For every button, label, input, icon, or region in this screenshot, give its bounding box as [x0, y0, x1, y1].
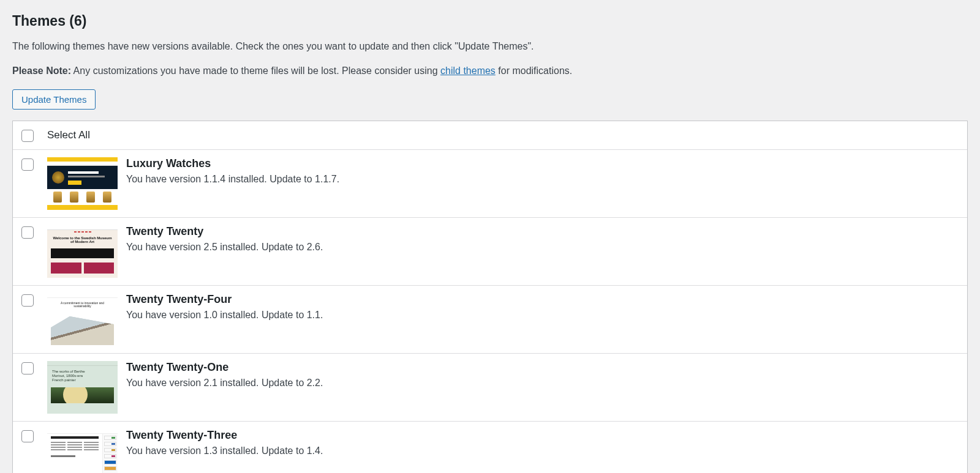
theme-title: Twenty Twenty-Four: [126, 293, 959, 306]
theme-thumbnail: The works of Berthe Morisot, 1800s-era F…: [47, 361, 118, 414]
update-themes-button[interactable]: Update Themes: [12, 89, 96, 110]
theme-thumbnail: A commitment to innovation and sustainab…: [47, 293, 118, 346]
theme-version-text: You have version 2.1 installed. Update t…: [126, 378, 959, 389]
select-all-label: Select All: [47, 129, 90, 141]
theme-thumbnail: Welcome to the Swedish Museum of Modern …: [47, 225, 118, 278]
themes-description: The following themes have new versions a…: [12, 39, 968, 54]
theme-checkbox[interactable]: [21, 294, 34, 307]
theme-version-text: You have version 1.0 installed. Update t…: [126, 310, 959, 321]
page-title: Themes (6): [12, 12, 968, 31]
theme-row: Twenty Twenty-Three You have version 1.3…: [13, 422, 967, 473]
theme-checkbox[interactable]: [21, 226, 34, 239]
note-text-after: for modifications.: [496, 65, 572, 76]
theme-row: Welcome to the Swedish Museum of Modern …: [13, 218, 967, 286]
theme-version-text: You have version 1.1.4 installed. Update…: [126, 174, 959, 185]
theme-checkbox[interactable]: [21, 362, 34, 374]
theme-thumbnail: [47, 157, 118, 210]
theme-title: Twenty Twenty: [126, 225, 959, 238]
theme-version-text: You have version 1.3 installed. Update t…: [126, 445, 959, 456]
themes-note: Please Note: Any customizations you have…: [12, 64, 968, 78]
theme-row: The works of Berthe Morisot, 1800s-era F…: [13, 354, 967, 422]
note-prefix: Please Note:: [12, 65, 71, 76]
note-text-before: Any customizations you have made to them…: [71, 65, 440, 76]
theme-version-text: You have version 2.5 installed. Update t…: [126, 242, 959, 253]
theme-title: Luxury Watches: [126, 157, 959, 170]
theme-title: Twenty Twenty-Three: [126, 429, 959, 442]
theme-row: A commitment to innovation and sustainab…: [13, 286, 967, 354]
theme-checkbox[interactable]: [21, 430, 34, 442]
select-all-checkbox[interactable]: [21, 130, 34, 142]
child-themes-link[interactable]: child themes: [440, 65, 496, 76]
theme-row: Luxury Watches You have version 1.1.4 in…: [13, 150, 967, 218]
theme-thumbnail: [47, 429, 118, 473]
themes-list: Select All Luxury Watches You have versi…: [12, 121, 968, 473]
theme-title: Twenty Twenty-One: [126, 361, 959, 374]
select-all-row: Select All: [13, 121, 967, 150]
theme-checkbox[interactable]: [21, 158, 34, 171]
